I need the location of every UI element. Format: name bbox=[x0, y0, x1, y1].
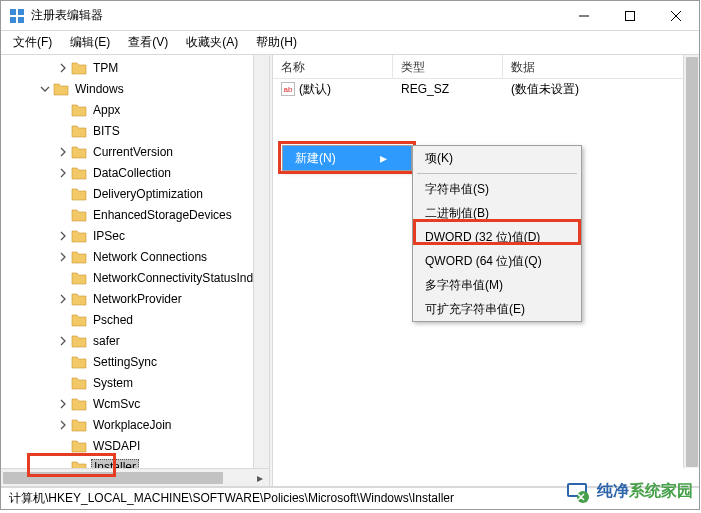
expander-closed-icon[interactable] bbox=[55, 168, 71, 178]
scroll-right-arrow-icon[interactable]: ▸ bbox=[251, 469, 269, 486]
tree-label: WSDAPI bbox=[91, 439, 142, 453]
maximize-button[interactable] bbox=[607, 1, 653, 31]
ctx-binary[interactable]: 二进制值(B) bbox=[413, 201, 581, 225]
tree-label: System bbox=[91, 376, 135, 390]
minimize-button[interactable] bbox=[561, 1, 607, 31]
folder-icon bbox=[71, 208, 87, 222]
folder-icon bbox=[71, 124, 87, 138]
tree-node-windows[interactable]: Windows bbox=[1, 78, 269, 99]
tree-label: Psched bbox=[91, 313, 135, 327]
list-scrollbar-vertical[interactable] bbox=[683, 55, 699, 468]
scroll-thumb[interactable] bbox=[3, 472, 223, 484]
tree-scrollbar-vertical[interactable] bbox=[253, 55, 269, 468]
ctx-string[interactable]: 字符串值(S) bbox=[413, 177, 581, 201]
close-button[interactable] bbox=[653, 1, 699, 31]
tree-node-currentversion[interactable]: CurrentVersion bbox=[1, 141, 269, 162]
expander-closed-icon[interactable] bbox=[55, 420, 71, 430]
tree-node-wsdapi[interactable]: WSDAPI bbox=[1, 435, 269, 456]
status-path: 计算机\HKEY_LOCAL_MACHINE\SOFTWARE\Policies… bbox=[9, 490, 454, 507]
tree-node-appx[interactable]: Appx bbox=[1, 99, 269, 120]
content-area: TPMWindowsAppxBITSCurrentVersionDataColl… bbox=[1, 55, 699, 487]
expander-closed-icon[interactable] bbox=[55, 147, 71, 157]
scroll-thumb[interactable] bbox=[686, 57, 698, 467]
tree-label: Network Connections bbox=[91, 250, 209, 264]
menu-file[interactable]: 文件(F) bbox=[9, 32, 56, 53]
list-header: 名称 类型 数据 bbox=[273, 55, 699, 79]
expander-closed-icon[interactable] bbox=[55, 399, 71, 409]
col-header-name[interactable]: 名称 bbox=[273, 55, 393, 78]
expander-closed-icon[interactable] bbox=[55, 231, 71, 241]
context-submenu[interactable]: 项(K) 字符串值(S) 二进制值(B) DWORD (32 位)值(D) QW… bbox=[412, 145, 582, 322]
list-body[interactable]: ab (默认) REG_SZ (数值未设置) bbox=[273, 79, 699, 99]
col-header-data[interactable]: 数据 bbox=[503, 55, 699, 78]
ctx-dword[interactable]: DWORD (32 位)值(D) bbox=[413, 225, 581, 249]
tree-node-tpm[interactable]: TPM bbox=[1, 57, 269, 78]
menu-edit[interactable]: 编辑(E) bbox=[66, 32, 114, 53]
tree-label: Appx bbox=[91, 103, 122, 117]
ctx-expand[interactable]: 可扩充字符串值(E) bbox=[413, 297, 581, 321]
tree-scrollbar-horizontal[interactable]: ◂ ▸ bbox=[1, 468, 269, 486]
ctx-qword[interactable]: QWORD (64 位)值(Q) bbox=[413, 249, 581, 273]
folder-icon bbox=[71, 292, 87, 306]
tree-node-psched[interactable]: Psched bbox=[1, 309, 269, 330]
svg-point-10 bbox=[577, 491, 589, 503]
folder-icon bbox=[71, 187, 87, 201]
svg-rect-5 bbox=[626, 11, 635, 20]
folder-icon bbox=[71, 250, 87, 264]
folder-icon bbox=[71, 61, 87, 75]
menu-view[interactable]: 查看(V) bbox=[124, 32, 172, 53]
tree-label: Windows bbox=[73, 82, 126, 96]
folder-icon bbox=[71, 166, 87, 180]
tree-node-networkprovider[interactable]: NetworkProvider bbox=[1, 288, 269, 309]
tree-label: BITS bbox=[91, 124, 122, 138]
tree-label: safer bbox=[91, 334, 122, 348]
folder-icon bbox=[71, 229, 87, 243]
app-icon bbox=[9, 8, 25, 24]
ctx-new[interactable]: 新建(N) ▸ bbox=[283, 146, 411, 170]
tree-node-workplacejoin[interactable]: WorkplaceJoin bbox=[1, 414, 269, 435]
tree-label: EnhancedStorageDevices bbox=[91, 208, 234, 222]
tree-label: IPSec bbox=[91, 229, 127, 243]
tree-label: WcmSvc bbox=[91, 397, 142, 411]
reg-string-icon: ab bbox=[281, 82, 295, 96]
tree-label: NetworkConnectivityStatusInd bbox=[91, 271, 255, 285]
tree-node-enhancedstoragedevices[interactable]: EnhancedStorageDevices bbox=[1, 204, 269, 225]
svg-rect-2 bbox=[10, 17, 16, 23]
ctx-key[interactable]: 项(K) bbox=[413, 146, 581, 170]
svg-rect-1 bbox=[18, 9, 24, 15]
tree-node-wcmsvc[interactable]: WcmSvc bbox=[1, 393, 269, 414]
menu-separator bbox=[417, 173, 577, 174]
list-row[interactable]: ab (默认) REG_SZ (数值未设置) bbox=[273, 79, 699, 99]
tree-node-settingsync[interactable]: SettingSync bbox=[1, 351, 269, 372]
tree-label: NetworkProvider bbox=[91, 292, 184, 306]
tree-node-bits[interactable]: BITS bbox=[1, 120, 269, 141]
registry-tree[interactable]: TPMWindowsAppxBITSCurrentVersionDataColl… bbox=[1, 55, 269, 486]
tree-node-system[interactable]: System bbox=[1, 372, 269, 393]
expander-closed-icon[interactable] bbox=[55, 336, 71, 346]
context-menu[interactable]: 新建(N) ▸ bbox=[282, 145, 412, 171]
tree-node-network-connections[interactable]: Network Connections bbox=[1, 246, 269, 267]
tree-label: DataCollection bbox=[91, 166, 173, 180]
watermark: 纯净系统家园 bbox=[563, 477, 693, 505]
tree-node-datacollection[interactable]: DataCollection bbox=[1, 162, 269, 183]
expander-closed-icon[interactable] bbox=[55, 63, 71, 73]
menu-favorites[interactable]: 收藏夹(A) bbox=[182, 32, 242, 53]
chevron-right-icon: ▸ bbox=[368, 150, 387, 166]
expander-closed-icon[interactable] bbox=[55, 252, 71, 262]
menubar: 文件(F) 编辑(E) 查看(V) 收藏夹(A) 帮助(H) bbox=[1, 31, 699, 55]
menu-help[interactable]: 帮助(H) bbox=[252, 32, 301, 53]
tree-panel[interactable]: TPMWindowsAppxBITSCurrentVersionDataColl… bbox=[1, 55, 269, 486]
folder-icon bbox=[53, 82, 69, 96]
tree-node-safer[interactable]: safer bbox=[1, 330, 269, 351]
tree-node-ipsec[interactable]: IPSec bbox=[1, 225, 269, 246]
col-header-type[interactable]: 类型 bbox=[393, 55, 503, 78]
folder-icon bbox=[71, 271, 87, 285]
tree-node-networkconnectivitystatusind[interactable]: NetworkConnectivityStatusInd bbox=[1, 267, 269, 288]
expander-closed-icon[interactable] bbox=[55, 294, 71, 304]
tree-node-deliveryoptimization[interactable]: DeliveryOptimization bbox=[1, 183, 269, 204]
ctx-new-label: 新建(N) bbox=[295, 150, 336, 167]
ctx-multi[interactable]: 多字符串值(M) bbox=[413, 273, 581, 297]
logo-icon bbox=[563, 477, 591, 505]
expander-open-icon[interactable] bbox=[37, 84, 53, 94]
titlebar[interactable]: 注册表编辑器 bbox=[1, 1, 699, 31]
